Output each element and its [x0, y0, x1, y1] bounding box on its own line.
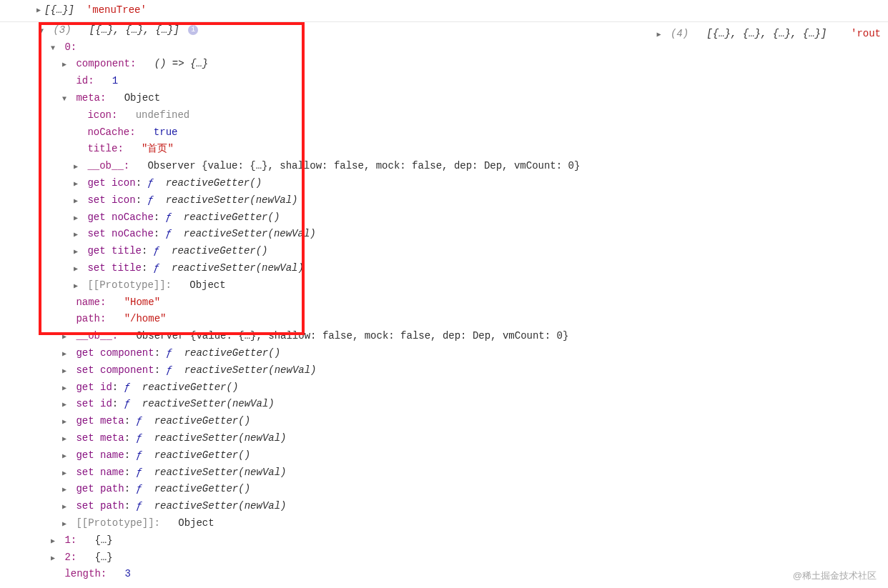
getter-path[interactable]: get path: ƒ reactiveGetter(): [0, 481, 888, 498]
prop-id[interactable]: id: 1: [0, 73, 888, 90]
expand-arrow-icon[interactable]: [71, 229, 80, 241]
function-name: reactiveSetter(newVal): [172, 262, 304, 274]
setter-id[interactable]: set id: ƒ reactiveSetter(newVal): [0, 396, 888, 413]
expand-arrow-icon[interactable]: [60, 450, 69, 462]
expand-arrow-icon[interactable]: [60, 382, 69, 394]
setter-path[interactable]: set path: ƒ reactiveSetter(newVal): [0, 498, 888, 515]
prop-path[interactable]: path: "/home": [0, 311, 888, 328]
function-icon: ƒ: [136, 500, 142, 512]
property-key: [[Prototype]]:: [87, 279, 172, 291]
setter-meta[interactable]: set meta: ƒ reactiveSetter(newVal): [0, 430, 888, 447]
function-icon: ƒ: [136, 483, 142, 494]
setter-nocache[interactable]: set noCache: ƒ reactiveSetter(newVal): [0, 226, 888, 243]
getter-id[interactable]: get id: ƒ reactiveGetter(): [0, 379, 888, 397]
expand-arrow-icon[interactable]: [71, 263, 80, 275]
property-key: set name: [76, 467, 124, 478]
prop-meta[interactable]: meta: Object: [0, 90, 888, 107]
expand-arrow-icon[interactable]: [71, 161, 80, 173]
prop-title[interactable]: title: "首页": [0, 141, 888, 158]
property-value: {…}: [94, 534, 112, 546]
function-name: reactiveSetter(newVal): [154, 432, 287, 444]
setter-icon[interactable]: set icon: ƒ reactiveSetter(newVal): [0, 192, 888, 209]
property-value: 1: [112, 75, 118, 86]
function-icon: ƒ: [147, 194, 153, 206]
setter-component[interactable]: set component: ƒ reactiveSetter(newVal): [0, 362, 888, 379]
property-key: id:: [76, 75, 94, 86]
setter-name[interactable]: set name: ƒ reactiveSetter(newVal): [0, 464, 888, 482]
log-entry-menutree[interactable]: [{…}] 'menuTree': [0, 0, 888, 22]
array-summary: [{…}, {…}, {…}, {…}]: [706, 28, 827, 39]
property-key: get id: [76, 382, 112, 393]
getter-nocache[interactable]: get noCache: ƒ reactiveGetter(): [0, 209, 888, 226]
collapse-arrow-icon[interactable]: [49, 42, 57, 54]
expand-arrow-icon[interactable]: [34, 4, 43, 16]
function-name: reactiveGetter(): [184, 211, 280, 223]
prop-component[interactable]: component: () => {…}: [0, 56, 888, 73]
expand-arrow-icon[interactable]: [71, 246, 80, 258]
expand-arrow-icon[interactable]: [60, 433, 69, 445]
prop-nocache[interactable]: noCache: true: [0, 124, 888, 141]
expand-arrow-icon[interactable]: [49, 552, 57, 564]
property-key: set noCache: [87, 228, 153, 239]
property-value: true: [154, 126, 178, 138]
array-item-2[interactable]: 2: {…}: [0, 549, 888, 567]
property-value: undefined: [136, 109, 190, 121]
getter-component[interactable]: get component: ƒ reactiveGetter(): [0, 345, 888, 362]
setter-title[interactable]: set title: ƒ reactiveSetter(newVal): [0, 260, 888, 277]
function-icon: ƒ: [166, 347, 172, 359]
property-key: set icon: [87, 194, 135, 206]
prototype-outer[interactable]: [[Prototype]]: Object: [0, 515, 888, 532]
prop-icon[interactable]: icon: undefined: [0, 107, 888, 124]
prop-name[interactable]: name: "Home": [0, 294, 888, 312]
function-icon: ƒ: [136, 432, 142, 444]
function-icon: ƒ: [136, 449, 142, 461]
prop-ob[interactable]: __ob__: Observer {value: {…}, shallow: f…: [0, 158, 888, 175]
getter-name[interactable]: get name: ƒ reactiveGetter(): [0, 447, 888, 464]
expand-arrow-icon[interactable]: [654, 29, 663, 41]
array-summary: [{…}]: [44, 2, 74, 19]
property-value: Observer {value: {…}, shallow: false, mo…: [136, 330, 568, 342]
collapse-arrow-icon[interactable]: [60, 93, 69, 105]
expand-arrow-icon[interactable]: [60, 365, 69, 377]
property-value: () => {…}: [154, 58, 209, 69]
property-value: "Home": [124, 297, 160, 308]
collapse-arrow-icon[interactable]: [37, 25, 46, 37]
expand-arrow-icon[interactable]: [71, 212, 80, 224]
property-key: noCache:: [87, 126, 135, 138]
expand-arrow-icon[interactable]: [60, 348, 69, 360]
expand-arrow-icon[interactable]: [60, 518, 69, 530]
function-icon: ƒ: [166, 228, 172, 239]
array-count: (4): [671, 28, 689, 39]
property-key: set id: [76, 398, 112, 409]
prop-ob-outer[interactable]: __ob__: Observer {value: {…}, shallow: f…: [0, 328, 888, 345]
prototype[interactable]: [[Prototype]]: Object: [0, 277, 888, 294]
prop-length[interactable]: length: 3: [0, 566, 888, 583]
getter-meta[interactable]: get meta: ƒ reactiveGetter(): [0, 413, 888, 430]
property-key: get path: [76, 483, 124, 494]
info-icon[interactable]: i: [188, 25, 198, 35]
log-entry-rout[interactable]: (4) [{…}, {…}, {…}, {…}] 'rout: [654, 26, 881, 43]
expand-arrow-icon[interactable]: [49, 535, 57, 547]
expand-arrow-icon[interactable]: [60, 484, 69, 496]
getter-icon[interactable]: get icon: ƒ reactiveGetter(): [0, 175, 888, 192]
getter-title[interactable]: get title: ƒ reactiveGetter(): [0, 243, 888, 260]
expand-arrow-icon[interactable]: [60, 331, 69, 343]
expand-arrow-icon[interactable]: [71, 195, 80, 207]
function-icon: ƒ: [124, 382, 130, 393]
expand-arrow-icon[interactable]: [60, 59, 69, 71]
function-name: reactiveGetter(): [184, 347, 280, 359]
array-count: (3): [53, 24, 71, 36]
expand-arrow-icon[interactable]: [71, 280, 80, 292]
expand-arrow-icon[interactable]: [60, 399, 69, 411]
property-value: "首页": [142, 143, 174, 154]
property-key: title:: [87, 143, 123, 154]
expand-arrow-icon[interactable]: [71, 178, 80, 190]
function-icon: ƒ: [154, 245, 159, 256]
expand-arrow-icon[interactable]: [60, 416, 69, 428]
function-name: reactiveGetter(): [172, 245, 267, 256]
expand-arrow-icon[interactable]: [60, 501, 69, 513]
array-item-1[interactable]: 1: {…}: [0, 532, 888, 549]
expand-arrow-icon[interactable]: [60, 467, 69, 479]
property-key: __ob__:: [76, 330, 118, 342]
function-icon: ƒ: [147, 177, 153, 189]
